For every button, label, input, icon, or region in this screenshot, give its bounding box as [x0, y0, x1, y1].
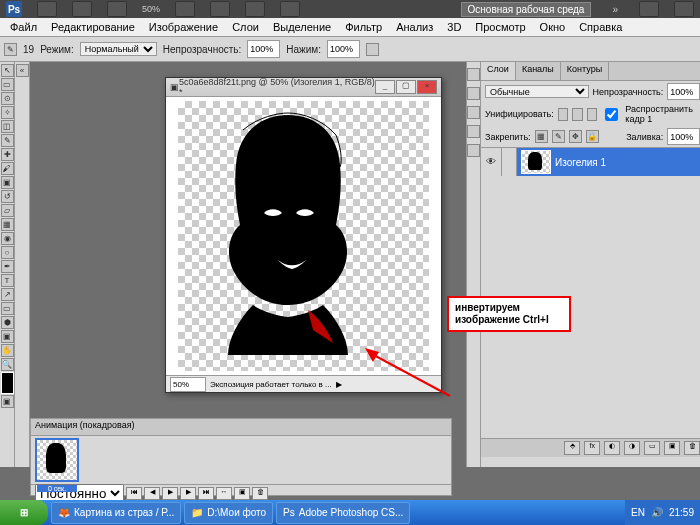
layer-name[interactable]: Изогелия 1	[555, 157, 606, 168]
tab-paths[interactable]: Контуры	[561, 62, 609, 80]
blend-mode-select[interactable]: Нормальный	[80, 42, 157, 56]
gradient-tool-icon[interactable]: ▦	[1, 218, 14, 231]
delete-frame-icon[interactable]: 🗑	[252, 487, 268, 500]
stamp-tool-icon[interactable]: ▣	[1, 176, 14, 189]
maximize-button[interactable]: ▢	[396, 80, 416, 94]
hand-tool-icon[interactable]: ✋	[1, 344, 14, 357]
new-layer-icon[interactable]: ▣	[664, 441, 680, 455]
first-frame-icon[interactable]: ⏮	[126, 487, 142, 500]
lock-trans-icon[interactable]: ▦	[535, 130, 548, 143]
menu-select[interactable]: Выделение	[267, 20, 337, 34]
dodge-tool-icon[interactable]: ○	[1, 246, 14, 259]
shape-tool-icon[interactable]: ▭	[1, 302, 14, 315]
menu-layers[interactable]: Слои	[226, 20, 265, 34]
animation-panel[interactable]: Анимация (покадровая) 0 сек. Постоянно ⏮…	[30, 418, 452, 496]
animation-frame-1[interactable]: 0 сек.	[35, 438, 79, 482]
opacity-input[interactable]	[247, 40, 280, 58]
menu-file[interactable]: Файл	[4, 20, 43, 34]
menu-window[interactable]: Окно	[534, 20, 572, 34]
spread-checkbox[interactable]	[605, 108, 618, 121]
last-frame-icon[interactable]: ⏭	[198, 487, 214, 500]
brush-tool-icon[interactable]: 🖌	[1, 162, 14, 175]
launch-bridge-icon[interactable]	[72, 1, 92, 17]
prev-frame-icon[interactable]: ◀	[144, 487, 160, 500]
collapse-icon[interactable]: «	[16, 64, 29, 77]
next-frame-icon[interactable]: ▶	[180, 487, 196, 500]
animation-panel-title[interactable]: Анимация (покадровая)	[31, 419, 451, 436]
color-panel-icon[interactable]	[467, 68, 480, 81]
3d-tool-icon[interactable]: ⬢	[1, 316, 14, 329]
layer-item[interactable]: 👁 Изогелия 1	[481, 148, 700, 176]
menu-filter[interactable]: Фильтр	[339, 20, 388, 34]
type-tool-icon[interactable]: T	[1, 274, 14, 287]
start-button[interactable]: ⊞	[0, 500, 48, 525]
delete-layer-icon[interactable]: 🗑	[684, 441, 700, 455]
play-icon[interactable]: ▶	[336, 380, 342, 389]
healing-tool-icon[interactable]: ✚	[1, 148, 14, 161]
document-canvas[interactable]	[166, 97, 441, 375]
flow-input[interactable]	[327, 40, 360, 58]
lock-all-icon[interactable]: 🔒	[586, 130, 599, 143]
csline-icon[interactable]	[639, 1, 659, 17]
masks-panel-icon[interactable]	[467, 144, 480, 157]
zoom-tool-icon[interactable]: 🔍	[1, 358, 14, 371]
pen-tool-icon[interactable]: ✒	[1, 260, 14, 273]
doc-status-text[interactable]: Экспозиция работает только в ...	[210, 380, 332, 389]
quickmask-icon[interactable]: ▣	[1, 395, 14, 408]
view-extras-icon[interactable]	[107, 1, 127, 17]
zoom-level[interactable]: 50%	[142, 4, 160, 14]
layer-mask-icon[interactable]: ◐	[604, 441, 620, 455]
menu-analysis[interactable]: Анализ	[390, 20, 439, 34]
zoom-tool-icon[interactable]	[210, 1, 230, 17]
document-window[interactable]: ▣ 5c0a6e8d8f21t.png @ 50% (Изогелия 1, R…	[165, 77, 442, 393]
menu-image[interactable]: Изображение	[143, 20, 224, 34]
adj-layer-icon[interactable]: ◑	[624, 441, 640, 455]
fill-input[interactable]	[667, 128, 700, 145]
layer-link-icon[interactable]	[502, 148, 517, 176]
brush-size[interactable]: 19	[23, 44, 34, 55]
layer-blend-select[interactable]: Обычные	[485, 85, 589, 98]
rotate-view-icon[interactable]	[245, 1, 265, 17]
workspace-switcher[interactable]: Основная рабочая среда	[461, 2, 592, 17]
lock-pos-icon[interactable]: ✥	[569, 130, 582, 143]
layer-fx-icon[interactable]: fx	[584, 441, 600, 455]
crop-tool-icon[interactable]: ◫	[1, 120, 14, 133]
camera-tool-icon[interactable]: ▣	[1, 330, 14, 343]
eraser-tool-icon[interactable]: ▱	[1, 204, 14, 217]
layer-thumbnail[interactable]	[521, 150, 551, 174]
unify-style-icon[interactable]	[587, 108, 598, 121]
system-tray[interactable]: EN 🔊 21:59	[625, 500, 700, 525]
new-frame-icon[interactable]: ▣	[234, 487, 250, 500]
marquee-tool-icon[interactable]: ▭	[1, 78, 14, 91]
brush-tool-icon[interactable]: ✎	[4, 43, 17, 56]
menu-help[interactable]: Справка	[573, 20, 628, 34]
hand-tool-icon[interactable]	[175, 1, 195, 17]
history-brush-icon[interactable]: ↺	[1, 190, 14, 203]
tween-icon[interactable]: ↔	[216, 487, 232, 500]
taskbar-item[interactable]: 🦊Картина из страз / Р...	[51, 502, 181, 524]
link-layers-icon[interactable]: ⬘	[564, 441, 580, 455]
tab-layers[interactable]: Слои	[481, 62, 516, 80]
taskbar-item[interactable]: PsAdobe Photoshop CS...	[276, 502, 410, 524]
chevron-right-icon[interactable]: »	[612, 4, 618, 15]
tab-channels[interactable]: Каналы	[516, 62, 561, 80]
unify-pos-icon[interactable]	[558, 108, 569, 121]
color-swatch-icon[interactable]	[1, 372, 14, 394]
lang-indicator[interactable]: EN	[631, 507, 645, 518]
airbrush-icon[interactable]	[366, 43, 379, 56]
swatches-panel-icon[interactable]	[467, 87, 480, 100]
lock-pixels-icon[interactable]: ✎	[552, 130, 565, 143]
menu-view[interactable]: Просмотр	[469, 20, 531, 34]
taskbar-item[interactable]: 📁D:\Мои фото	[184, 502, 273, 524]
doc-zoom-input[interactable]	[170, 377, 206, 392]
layer-opacity-input[interactable]	[667, 83, 700, 100]
lasso-tool-icon[interactable]: ⊙	[1, 92, 14, 105]
visibility-eye-icon[interactable]: 👁	[481, 148, 502, 176]
arrange-docs-icon[interactable]	[280, 1, 300, 17]
csline2-icon[interactable]	[674, 1, 694, 17]
minimize-button[interactable]: _	[375, 80, 395, 94]
eyedropper-tool-icon[interactable]: ✎	[1, 134, 14, 147]
move-tool-icon[interactable]: ↖	[1, 64, 14, 77]
frame-duration[interactable]: 0 сек.	[37, 485, 77, 492]
close-button[interactable]: ×	[417, 80, 437, 94]
